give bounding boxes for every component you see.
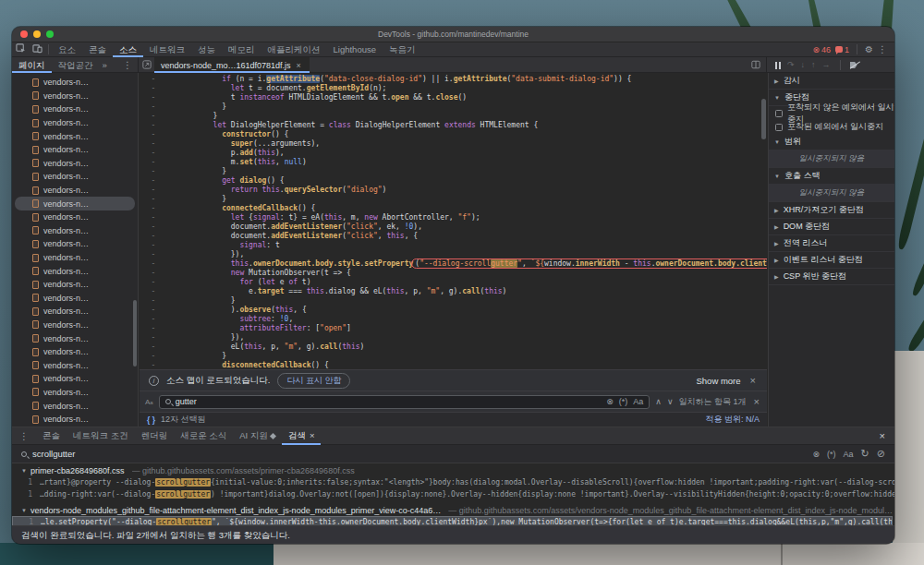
file-tree-item[interactable]: vendors-n…: [12, 210, 138, 224]
file-tree-item[interactable]: vendors-n…: [12, 224, 138, 238]
navigator-tab-0[interactable]: 페이지: [12, 58, 52, 73]
file-tree-item[interactable]: vendors-n…: [12, 76, 138, 90]
main-tab-0[interactable]: 요소: [52, 42, 82, 57]
match-case-icon[interactable]: Aa: [633, 397, 643, 406]
close-infobar-icon[interactable]: ×: [748, 375, 758, 386]
drawer-tab-2[interactable]: 렌더링: [135, 427, 175, 445]
pause-exception-option[interactable]: 포착되지 않은 예외에서 일시중지: [769, 106, 894, 120]
file-tree-item[interactable]: vendors-n…: [12, 157, 138, 171]
close-find-bar-icon[interactable]: ×: [752, 396, 761, 407]
regex-toggle-icon[interactable]: (*): [619, 397, 628, 406]
main-tab-8[interactable]: 녹음기: [383, 42, 422, 57]
navigator-overflow-chevron[interactable]: »: [100, 58, 110, 73]
debugger-section-header-8[interactable]: ▶CSP 위반 중단점: [769, 269, 894, 285]
close-file-tab-icon[interactable]: ×: [295, 61, 303, 70]
code-area[interactable]: -if (n = i.getAttribute("data-close-dial…: [140, 73, 767, 369]
step-icon[interactable]: →: [822, 61, 831, 69]
drawer-more-icon[interactable]: ⋮: [12, 431, 36, 441]
tree-scrollbar-thumb[interactable]: [133, 300, 137, 367]
main-tab-7[interactable]: Lighthouse: [327, 42, 383, 57]
debugger-section-header-4[interactable]: ▶XHR/가져오기 중단점: [769, 202, 894, 219]
file-tree-item[interactable]: vendors-n…: [12, 237, 138, 251]
more-options-icon[interactable]: ⋮: [878, 44, 887, 54]
editor-scrollbar-thumb[interactable]: [761, 99, 766, 139]
clear-search-icon[interactable]: ⊗: [606, 397, 614, 406]
navigator-more-icon[interactable]: ⋮: [123, 60, 138, 70]
main-tab-6[interactable]: 애플리케이션: [261, 42, 327, 57]
main-tab-2[interactable]: 소스: [113, 42, 143, 57]
previous-match-icon[interactable]: ∧: [655, 397, 662, 406]
step-over-icon[interactable]: ↷: [787, 61, 795, 69]
main-tab-4[interactable]: 성능: [191, 42, 222, 57]
search-result-match[interactable]: 1…le.setProperty("--dialog-scrollgutter"…: [12, 516, 893, 525]
debugger-section-header-7[interactable]: ▶이벤트 리스너 중단점: [769, 252, 894, 269]
clear-results-icon[interactable]: ⊘: [877, 448, 885, 460]
pause-script-icon[interactable]: [775, 62, 781, 69]
main-tab-3[interactable]: 네트워크: [143, 42, 191, 57]
step-out-icon[interactable]: ↑: [811, 61, 816, 69]
pretty-print-icon[interactable]: { }: [147, 415, 155, 425]
search-result-file[interactable]: ▼vendors-node_modules_github_file-attach…: [12, 505, 894, 516]
issues-badge[interactable]: 1: [835, 45, 849, 54]
device-toolbar-icon[interactable]: [29, 43, 45, 55]
search-result-file[interactable]: ▼primer-cba26849680f.css— github.githuba…: [12, 465, 894, 476]
editor-pane-icon[interactable]: [751, 60, 760, 71]
debugger-section-header-2[interactable]: ▼범위: [769, 134, 894, 150]
search-result-match[interactable]: 1…dding-right:var(--dialog-scrollgutter)…: [12, 488, 894, 500]
drawer-tab-1[interactable]: 네트워크 조건: [67, 427, 135, 445]
file-tree-item[interactable]: vendors-n…: [12, 143, 138, 157]
main-tab-1[interactable]: 콘솔: [82, 42, 113, 57]
deactivate-breakpoints-icon[interactable]: [850, 61, 860, 69]
checkbox[interactable]: [775, 110, 783, 117]
file-tree-item[interactable]: vendors-n…: [12, 184, 138, 198]
more-tabs-icon[interactable]: [140, 60, 154, 71]
file-tree-item[interactable]: vendors-n…: [12, 170, 138, 184]
step-into-icon[interactable]: ↓: [801, 61, 806, 69]
replace-toggle-icon[interactable]: Aa: [145, 398, 153, 406]
search-result-match[interactable]: 1…rtant}@property --dialog-scrollgutter{…: [12, 476, 894, 488]
drawer-tab-3[interactable]: 새로운 소식: [174, 427, 233, 445]
pause-exception-option[interactable]: 포착된 예외에서 일시중지: [769, 120, 894, 134]
drawer-tab-4[interactable]: AI 지원: [233, 427, 282, 445]
file-tree-item[interactable]: vendors-n…: [12, 345, 138, 359]
find-input[interactable]: gutter ⊗ (*) Aa: [159, 395, 650, 409]
clear-search-icon[interactable]: ⊗: [813, 450, 821, 459]
main-tab-5[interactable]: 메모리: [222, 42, 261, 57]
file-tree-item[interactable]: vendors-n…: [12, 129, 138, 143]
file-tree-item[interactable]: vendors-n…: [12, 251, 138, 265]
console-error-badge[interactable]: ⊗46: [812, 45, 831, 54]
regex-toggle-icon[interactable]: (*): [827, 450, 836, 459]
file-tree-item[interactable]: vendors-n…: [15, 197, 135, 210]
inspect-element-icon[interactable]: [12, 43, 29, 55]
file-tree-item[interactable]: vendors-n…: [12, 413, 138, 427]
file-tree-item[interactable]: vendors-n…: [12, 102, 138, 116]
file-tree-item[interactable]: vendors-n…: [12, 319, 138, 332]
file-tree-item[interactable]: vendors-n…: [12, 116, 138, 130]
file-tree-item[interactable]: vendors-n…: [12, 292, 138, 306]
close-drawer-icon[interactable]: ×: [880, 430, 894, 441]
close-search-tab-icon[interactable]: ×: [310, 430, 315, 440]
file-tree-item[interactable]: vendors-n…: [12, 372, 138, 386]
file-tree-item[interactable]: vendors-n…: [12, 386, 138, 400]
file-tree-item[interactable]: vendors-n…: [12, 264, 138, 278]
next-match-icon[interactable]: ∨: [667, 397, 674, 406]
refresh-search-icon[interactable]: ↻: [861, 448, 869, 460]
drawer-search-query[interactable]: scrollgutter: [32, 449, 75, 459]
debugger-section-header-0[interactable]: ▶감시: [769, 73, 894, 90]
debugger-section-header-5[interactable]: ▶DOM 중단점: [769, 219, 894, 235]
window-titlebar[interactable]: DevTools - github.com/mantinedev/mantine: [12, 27, 894, 42]
debugger-section-header-3[interactable]: ▼호출 스택: [769, 168, 894, 185]
file-tree-item[interactable]: vendors-n…: [12, 399, 138, 413]
settings-gear-icon[interactable]: ⚙: [865, 44, 873, 54]
file-tree-item[interactable]: vendors-n…: [12, 331, 138, 345]
file-tree-item[interactable]: vendors-n…: [12, 278, 138, 292]
navigator-tab-1[interactable]: 작업공간: [52, 58, 100, 73]
debugger-section-header-6[interactable]: ▶전역 리스너: [769, 235, 894, 252]
match-case-icon[interactable]: Aa: [844, 450, 854, 459]
checkbox[interactable]: [775, 124, 783, 131]
drawer-tab-5[interactable]: 검색×: [282, 427, 322, 445]
show-more-button[interactable]: Show more: [697, 376, 741, 386]
dont-show-again-button[interactable]: 다시 표시 안함: [277, 373, 350, 389]
drawer-tab-0[interactable]: 콘솔: [36, 427, 67, 445]
file-tree-item[interactable]: vendors-n…: [12, 90, 138, 103]
